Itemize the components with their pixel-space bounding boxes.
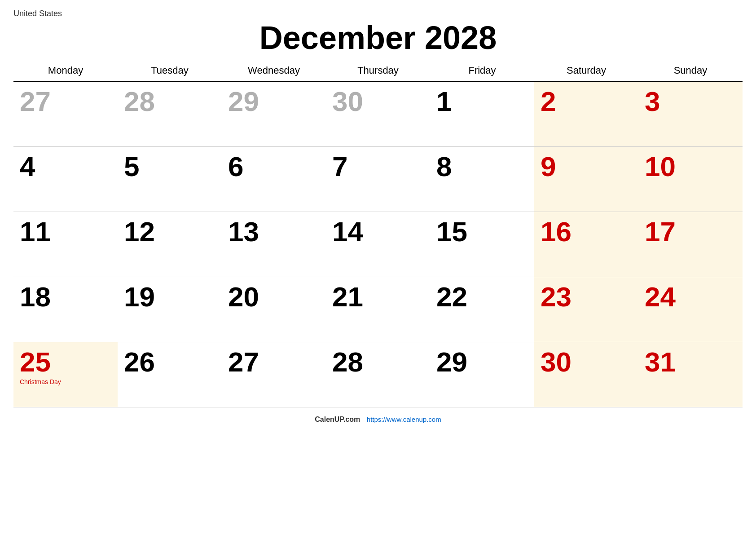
footer: CalenUP.com https://www.calenup.com [13, 416, 743, 424]
calendar-day-cell: 12 [118, 212, 222, 277]
weekday-header-cell: Friday [430, 60, 534, 81]
calendar-day-cell: 14 [326, 212, 430, 277]
calendar-day-cell: 16 [534, 212, 638, 277]
country-label: United States [13, 9, 743, 18]
day-number: 28 [332, 347, 424, 377]
calendar-day-cell: 5 [118, 146, 222, 212]
calendar-day-cell: 13 [222, 212, 326, 277]
calendar-day-cell: 29 [222, 81, 326, 146]
day-number: 13 [228, 217, 320, 247]
day-number: 2 [541, 86, 632, 117]
day-number: 10 [645, 151, 736, 182]
day-number: 28 [124, 86, 215, 117]
calendar-day-cell: 10 [638, 146, 743, 212]
weekday-header-cell: Monday [13, 60, 118, 81]
calendar-day-cell: 22 [430, 277, 534, 342]
calendar-day-cell: 28 [118, 81, 222, 146]
calendar-day-cell: 8 [430, 146, 534, 212]
day-number: 16 [541, 217, 632, 247]
day-number: 21 [332, 282, 424, 312]
calendar-day-cell: 3 [638, 81, 743, 146]
calendar-day-cell: 11 [13, 212, 118, 277]
day-number: 29 [228, 86, 320, 117]
weekday-header-cell: Wednesday [222, 60, 326, 81]
day-number: 26 [124, 347, 215, 377]
day-number: 29 [436, 347, 528, 377]
calendar-day-cell: 19 [118, 277, 222, 342]
day-number: 4 [20, 151, 111, 182]
weekday-header-cell: Sunday [638, 60, 743, 81]
weekday-header-cell: Saturday [534, 60, 638, 81]
day-number: 12 [124, 217, 215, 247]
calendar-day-cell: 2 [534, 81, 638, 146]
day-number: 31 [645, 347, 736, 377]
day-number: 5 [124, 151, 215, 182]
calendar-day-cell: 30 [326, 81, 430, 146]
day-number: 23 [541, 282, 632, 312]
calendar-day-cell: 1 [430, 81, 534, 146]
day-number: 6 [228, 151, 320, 182]
calendar-day-cell: 29 [430, 342, 534, 407]
calendar-day-cell: 30 [534, 342, 638, 407]
calendar-container: United States December 2028 MondayTuesda… [13, 9, 743, 424]
day-number: 3 [645, 86, 736, 117]
calendar-day-cell: 20 [222, 277, 326, 342]
day-number: 30 [332, 86, 424, 117]
calendar-day-cell: 6 [222, 146, 326, 212]
weekday-header-cell: Thursday [326, 60, 430, 81]
site-name: CalenUP.com [315, 416, 360, 423]
day-number: 14 [332, 217, 424, 247]
calendar-day-cell: 15 [430, 212, 534, 277]
day-number: 15 [436, 217, 528, 247]
holiday-label: Christmas Day [20, 378, 111, 385]
calendar-day-cell: 24 [638, 277, 743, 342]
calendar-day-cell: 18 [13, 277, 118, 342]
weekday-header-row: MondayTuesdayWednesdayThursdayFridaySatu… [13, 60, 743, 81]
site-url: https://www.calenup.com [367, 416, 441, 423]
weekday-header-cell: Tuesday [118, 60, 222, 81]
calendar-week-row: 25Christmas Day262728293031 [13, 342, 743, 407]
calendar-week-row: 27282930123 [13, 81, 743, 146]
calendar-week-row: 18192021222324 [13, 277, 743, 342]
day-number: 8 [436, 151, 528, 182]
calendar-day-cell: 25Christmas Day [13, 342, 118, 407]
calendar-body: 2728293012345678910111213141516171819202… [13, 81, 743, 407]
day-number: 20 [228, 282, 320, 312]
calendar-week-row: 11121314151617 [13, 212, 743, 277]
day-number: 24 [645, 282, 736, 312]
calendar-day-cell: 31 [638, 342, 743, 407]
day-number: 18 [20, 282, 111, 312]
calendar-day-cell: 23 [534, 277, 638, 342]
day-number: 17 [645, 217, 736, 247]
calendar-week-row: 45678910 [13, 146, 743, 212]
day-number: 9 [541, 151, 632, 182]
calendar-day-cell: 4 [13, 146, 118, 212]
calendar-table: MondayTuesdayWednesdayThursdayFridaySatu… [13, 60, 743, 407]
day-number: 19 [124, 282, 215, 312]
day-number: 22 [436, 282, 528, 312]
day-number: 1 [436, 86, 528, 117]
calendar-day-cell: 7 [326, 146, 430, 212]
calendar-day-cell: 21 [326, 277, 430, 342]
day-number: 25 [20, 347, 111, 377]
day-number: 7 [332, 151, 424, 182]
day-number: 27 [228, 347, 320, 377]
calendar-day-cell: 9 [534, 146, 638, 212]
calendar-day-cell: 28 [326, 342, 430, 407]
calendar-day-cell: 27 [13, 81, 118, 146]
calendar-day-cell: 17 [638, 212, 743, 277]
day-number: 30 [541, 347, 632, 377]
calendar-day-cell: 26 [118, 342, 222, 407]
day-number: 27 [20, 86, 111, 117]
day-number: 11 [20, 217, 111, 247]
calendar-day-cell: 27 [222, 342, 326, 407]
calendar-title: December 2028 [13, 20, 743, 56]
